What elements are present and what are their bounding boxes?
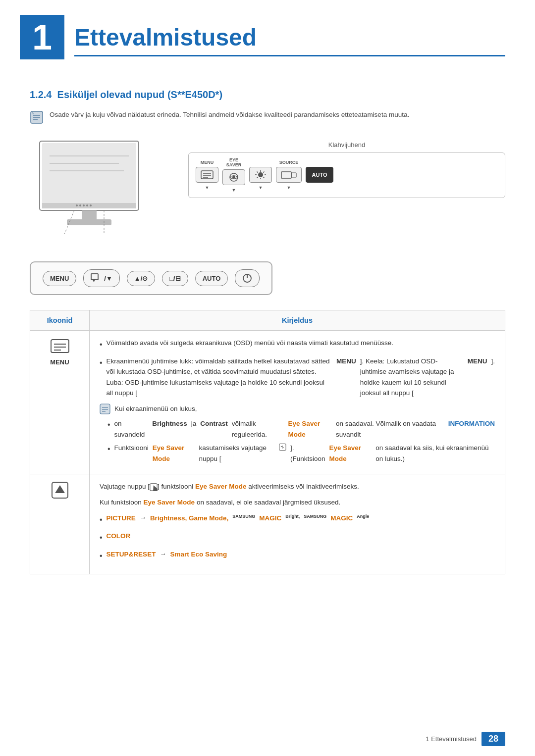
svg-point-26 [232,176,235,179]
menu-key-arrow: ▼ [205,185,210,190]
auto-key-arrow [319,185,321,190]
eye-saver-key-group: EYESAVER ▼ [222,158,245,193]
svg-point-14 [83,204,85,206]
main-table: Ikoonid Kirjeldus MENU [30,310,505,574]
menu-nested-bullets: on suvandeid Brightness ja Contrast võim… [107,418,495,464]
auto-key-btn[interactable]: AUTO [306,167,333,183]
eye-saver-key-arrow: ▼ [232,188,236,193]
monitor-illustration [30,136,168,247]
illustration-area: Klahvijuhend MENU ▼ [30,136,505,247]
svg-point-15 [86,204,88,206]
source-key-group: SOURCE ▼ [276,160,302,190]
svg-rect-47 [100,404,110,414]
eye-saver-key-top-label: EYESAVER [226,158,241,168]
eye-saver-key-btn[interactable] [222,169,245,185]
arrow-feature-3: SETUP&RESET → Smart Eco Saving [100,549,495,562]
note-icon: ✎ [30,110,44,124]
chapter-number: 1 [20,15,64,59]
svg-text:✎: ✎ [32,112,34,115]
menu-note-inline-text: Kui ekraanimenüü on lukus, [114,403,197,414]
svg-marker-53 [280,446,284,449]
chapter-title: Ettevalmistused [74,15,505,56]
bottom-menu-btn[interactable]: MENU [43,271,76,286]
menu-key-btn[interactable] [196,167,218,183]
bottom-pip-btn[interactable]: □/⊟ [162,271,188,286]
svg-rect-43 [51,340,69,353]
svg-rect-37 [291,173,296,177]
bottom-power-btn[interactable] [235,269,260,287]
svg-rect-36 [281,172,291,178]
brightness-key-group: ▼ [249,160,272,190]
bottom-auto-btn[interactable]: AUTO [195,271,228,286]
svg-marker-55 [55,485,65,493]
brightness-key-btn[interactable] [249,167,272,183]
menu-bullet-1: Võimaldab avada või sulgeda ekraanikuva … [100,338,495,351]
menu-bullet-list: Võimaldab avada või sulgeda ekraanikuva … [100,338,495,399]
section-title: 1.2.4 Esiküljel olevad nupud (S**E450D*) [30,89,505,101]
table-header-kirjeldus: Kirjeldus [90,310,505,331]
svg-line-32 [257,171,258,172]
auto-key-group: AUTO [306,160,333,190]
svg-point-13 [79,204,81,206]
arrow-feature-2: COLOR [100,531,495,544]
auto-key-top-label [319,160,321,165]
menu-bullet-2: Ekraanimenüü juhtimise lukk: võimaldab s… [100,356,495,399]
arrow-desc-1: Vajutage nuppu [] funktsiooni Eye Saver … [100,481,495,492]
svg-text:▼: ▼ [91,277,97,283]
menu-note-inline: Kui ekraanimenüü on lukus, [100,403,495,414]
menu-note-icon [100,403,110,414]
keyboard-guide-area: Klahvijuhend MENU ▼ [188,136,505,198]
note-text: Osade värv ja kuju võivad näidatust erin… [50,109,409,120]
svg-point-27 [258,172,263,177]
keyboard-guide-label: Klahvijuhend [188,141,505,149]
bottom-up-btn[interactable]: ▲/⊙ [127,271,155,286]
menu-key-top-label: MENU [201,160,214,165]
page-footer: 1 Ettevalmistused 28 [426,732,505,746]
svg-rect-11 [42,203,136,208]
arrow-description-cell: Vajutage nuppu [] funktsiooni Eye Saver … [90,474,505,574]
menu-key-group: MENU ▼ [196,160,218,190]
source-key-arrow: ▼ [287,185,291,190]
bottom-button-row: MENU ▼ /▼ ▲/⊙ □/⊟ AUTO [30,261,272,295]
menu-nested-bullet-2: Funktsiooni Eye Saver Mode kasutamiseks … [107,443,495,464]
note-box: ✎ Osade värv ja kuju võivad näidatust er… [30,109,505,124]
menu-icon-cell: MENU [30,331,90,474]
arrow-desc-2: Kui funktsioon Eye Saver Mode on saadava… [100,497,495,508]
menu-description-cell: Võimaldab avada või sulgeda ekraanikuva … [90,331,505,474]
svg-line-34 [263,171,264,172]
arrow-icon-cell [30,474,90,574]
source-key-top-label: SOURCE [279,160,299,165]
svg-point-16 [90,204,92,206]
key-strip: MENU ▼ EYESAVER [188,152,505,198]
table-header-icons: Ikoonid [30,310,90,331]
svg-line-33 [263,177,264,178]
source-key-btn[interactable] [276,167,302,183]
content-area: 1.2.4 Esiküljel olevad nupud (S**E450D*)… [0,69,535,604]
menu-nested-bullet-1: on suvandeid Brightness ja Contrast võim… [107,418,495,440]
svg-line-35 [257,177,258,178]
svg-point-12 [76,204,78,206]
bottom-nav-btn[interactable]: ▼ /▼ [83,269,119,287]
table-row: MENU Võimaldab avada või sulgeda ekraani… [30,331,505,474]
svg-rect-7 [42,143,136,208]
svg-rect-18 [67,219,111,225]
arrow-feature-list: PICTURE → Brightness, Game Mode, SAMSUNG… [100,513,495,562]
brightness-key-arrow: ▼ [259,185,263,190]
page-number: 28 [482,732,505,746]
svg-rect-17 [82,210,97,219]
table-row-2: Vajutage nuppu [] funktsiooni Eye Saver … [30,474,505,574]
footer-text: 1 Ettevalmistused [426,735,477,743]
chapter-header: 1 Ettevalmistused [0,0,535,69]
brightness-key-top-label [260,160,262,165]
arrow-feature-1: PICTURE → Brightness, Game Mode, SAMSUNG… [100,513,495,526]
